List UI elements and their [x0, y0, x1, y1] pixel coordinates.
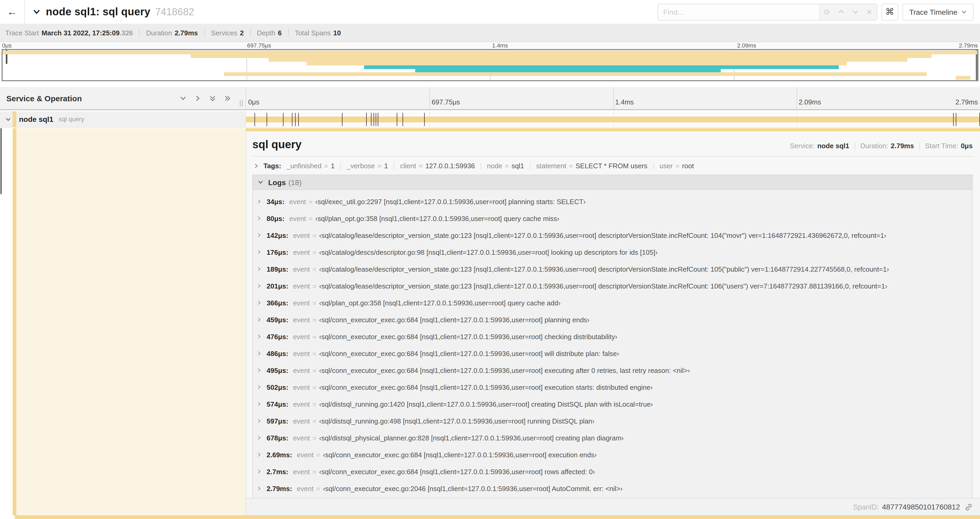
minimap-canvas[interactable] [2, 49, 978, 81]
clear-search-icon[interactable] [862, 4, 877, 20]
trace-collapse-chevron-icon[interactable] [33, 8, 41, 16]
service-operation-header: Service & Operation [0, 87, 246, 109]
log-field-key: event [293, 468, 310, 476]
log-field-key: event [293, 332, 310, 340]
chevron-right-icon[interactable] [256, 267, 262, 271]
prev-result-icon[interactable] [834, 4, 848, 20]
tags-label: Tags: [263, 162, 281, 170]
log-entry-row[interactable]: 201μs:event=‹sql/catalog/lease/descripto… [256, 278, 972, 294]
span-duration-bar[interactable] [246, 117, 980, 122]
logs-title: Logs [268, 178, 286, 187]
chevron-right-icon[interactable] [256, 452, 262, 457]
log-entry-row[interactable]: 597μs:event=‹sql/distsql_running.go:498 … [256, 412, 972, 430]
column-resize-grip[interactable] [240, 100, 243, 107]
logs-header[interactable]: Logs (18) [253, 175, 972, 190]
chevron-right-icon[interactable] [256, 418, 262, 423]
meta-value: 2.79ms [175, 29, 198, 37]
chevron-right-icon[interactable] [256, 401, 262, 407]
chevron-right-icon[interactable] [256, 317, 262, 322]
trace-meta-item: Depth6 [257, 29, 282, 37]
chevron-right-icon[interactable] [256, 486, 262, 491]
expand-all-icon[interactable] [224, 95, 231, 102]
chevron-right-icon[interactable] [256, 199, 262, 204]
ruler-tick-label: 2.09ms [799, 98, 821, 106]
log-field-value: ‹sql/conn_executor_exec.go:684 [nsql1,cl… [319, 316, 589, 324]
top-actions: ⌘ Trace Timeline [657, 0, 974, 24]
ruler-tick-label: 697.75μs [432, 98, 460, 106]
meta-label: Total Spans [295, 29, 331, 37]
log-timestamp: 189μs: [267, 265, 288, 273]
log-entry-row[interactable]: 176μs:event=‹sql/catalog/descs/descripto… [256, 244, 972, 260]
next-span-bar [15, 515, 980, 519]
log-entry-row[interactable]: 678μs:event=‹sql/distsql_physical_planne… [256, 430, 972, 446]
tag-separator [530, 162, 530, 169]
meta-label: Trace Start [5, 29, 39, 37]
keyboard-shortcuts-button[interactable]: ⌘ [881, 3, 898, 20]
expand-one-icon[interactable] [194, 95, 201, 102]
log-entry-row[interactable]: 34μs:event=‹sql/exec_util.go:2297 [nsql1… [256, 193, 972, 210]
log-entry-row[interactable]: 2.7ms:event=‹sql/conn_executor_exec.go:6… [256, 463, 972, 480]
tag-key: _unfinished [286, 162, 321, 170]
tag-value: sql1 [512, 162, 524, 170]
chevron-right-icon[interactable] [256, 385, 262, 390]
minimap-span-bar [364, 65, 839, 69]
log-entry-row[interactable]: 459μs:event=‹sql/conn_executor_exec.go:6… [256, 311, 972, 328]
span-detail-area: sql query Service:node sql1Duration:2.79… [0, 128, 980, 515]
collapse-all-icon[interactable] [209, 95, 216, 102]
meta-value: 10 [333, 29, 341, 37]
chevron-right-icon[interactable] [256, 351, 262, 356]
chevron-right-icon[interactable] [256, 435, 262, 441]
chevron-right-icon[interactable] [256, 233, 262, 238]
tag-equals: = [505, 162, 509, 170]
next-result-icon[interactable] [848, 4, 862, 20]
deep-link-icon[interactable] [965, 503, 973, 511]
back-button[interactable]: ← [0, 0, 25, 24]
log-entry-row[interactable]: 502μs:event=‹sql/conn_executor_exec.go:6… [256, 379, 972, 396]
detail-top-strip [246, 128, 980, 131]
trace-view-selector[interactable]: Trace Timeline [902, 3, 974, 20]
chevron-right-icon[interactable] [256, 283, 262, 289]
log-timestamp: 142μs: [267, 231, 288, 239]
chevron-right-icon[interactable] [256, 216, 262, 221]
log-entry-row[interactable]: 366μs:event=‹sql/plan_opt.go:358 [nsql1,… [256, 294, 972, 311]
log-entry-row[interactable]: 495μs:event=‹sql/conn_executor_exec.go:6… [256, 362, 972, 379]
log-entry-row[interactable]: 486μs:event=‹sql/conn_executor_exec.go:6… [256, 345, 972, 362]
minimap-tick-label: 2.09ms [737, 42, 756, 48]
log-entry-row[interactable]: 189μs:event=‹sql/catalog/lease/descripto… [256, 260, 972, 278]
log-entry-row[interactable]: 574μs:event=‹sql/distsql_running.go:1420… [256, 396, 972, 412]
detail-meta-label: Start Time: [925, 142, 958, 150]
log-equals: = [316, 451, 320, 458]
meta-separator [919, 142, 920, 150]
chevron-right-icon[interactable] [256, 367, 262, 373]
log-field-value: ‹sql/conn_executor_exec.go:684 [nsql1,cl… [319, 332, 617, 340]
collapse-one-icon[interactable] [180, 95, 186, 102]
tag-key: user [659, 162, 673, 170]
span-row-label-cell[interactable]: node sql1 sql query [0, 111, 246, 127]
span-bar-cell[interactable] [246, 111, 980, 127]
log-entry-row[interactable]: 142μs:event=‹sql/catalog/lease/descripto… [256, 227, 972, 244]
chevron-right-icon[interactable] [256, 300, 262, 305]
log-field-value: ‹sql/conn_executor_exec.go:684 [nsql1,cl… [319, 366, 690, 374]
tags-accordion[interactable]: Tags: _unfinished=1_verbose=1client=127.… [252, 162, 973, 170]
find-input[interactable] [658, 4, 819, 20]
log-equals: = [312, 434, 317, 442]
minimap-right-scrubber[interactable] [976, 50, 977, 80]
minimap-span-bar [3, 51, 977, 54]
chevron-right-icon[interactable] [256, 249, 262, 255]
log-field-key: event [293, 248, 310, 256]
span-detail-panel: sql query Service:node sql1Duration:2.79… [246, 128, 980, 515]
log-entry-row[interactable]: 2.79ms:event=‹sql/conn_executor_exec.go:… [256, 480, 972, 497]
locate-icon[interactable] [819, 4, 834, 20]
log-entry-row[interactable]: 476μs:event=‹sql/conn_executor_exec.go:6… [256, 328, 972, 345]
log-field-key: event [289, 214, 306, 222]
meta-value: March 31 2022, 17:25:09 [41, 29, 119, 37]
vertical-scrollbar[interactable] [0, 128, 2, 194]
span-collapse-chevron-icon[interactable] [5, 116, 11, 122]
chevron-right-icon[interactable] [256, 469, 262, 474]
chevron-right-icon[interactable] [256, 334, 262, 339]
ruler-tick-label: 2.79ms [956, 98, 978, 106]
log-entry-row[interactable]: 2.69ms:event=‹sql/conn_executor_exec.go:… [256, 446, 972, 463]
tag-separator [394, 162, 395, 169]
log-entry-row[interactable]: 80μs:event=‹sql/plan_opt.go:358 [nsql1,c… [256, 210, 972, 227]
trace-summary-bar: Trace StartMarch 31 2022, 17:25:09.326Du… [0, 24, 980, 42]
